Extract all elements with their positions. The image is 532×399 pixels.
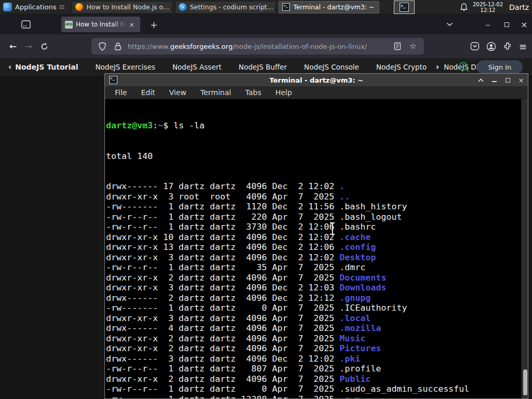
taskbar-button-vscodium[interactable]: ∨Settings - codium script... xyxy=(175,1,276,14)
terminal-line: drwxr-xr-x 3 dartz dartz 4096 Apr 7 2025… xyxy=(106,313,521,324)
taskbar-button-terminal[interactable]: >_Terminal - dartz@vm3: ~ xyxy=(278,1,379,14)
listing-columns: drwxr-xr-x 2 dartz dartz 4096 Apr 7 2025 xyxy=(106,374,340,384)
extensions-icon[interactable] xyxy=(503,42,512,51)
firefox-view-icon[interactable] xyxy=(19,17,33,32)
system-tray: 2025-12-02 12:12 Dartz xyxy=(460,0,532,15)
terminal-content[interactable]: dartz@vm3:~$ ls -la total 140 drwx------… xyxy=(106,100,521,398)
gfg-nav-item-label: NodeJS Assert xyxy=(172,63,222,71)
prompt-user-host: dartz@vm3 xyxy=(106,121,153,130)
gfg-nav-item-nodejs-assert[interactable]: NodeJS Assert xyxy=(172,63,222,71)
mouse-ibeam-cursor xyxy=(329,222,335,235)
reader-view-icon[interactable] xyxy=(392,42,403,50)
reload-button[interactable] xyxy=(36,38,52,54)
taskbar-button-firefox[interactable]: How to Install Node.js o... xyxy=(72,1,172,14)
listing-columns: -rw-r--r-- 1 dartz dartz 0 Apr 7 2025 xyxy=(106,384,340,394)
browser-tab[interactable]: GfG How to Install Node.js on × xyxy=(61,17,140,32)
terminal-minimize-button[interactable] xyxy=(490,76,498,84)
terminal-line: drwx------ 2 dartz dartz 4096 Dec 2 12:1… xyxy=(106,293,521,303)
bookmark-star-icon[interactable]: ☆ xyxy=(407,42,419,51)
app-menu-icon[interactable]: ≡ xyxy=(519,41,527,52)
browser-close-button[interactable]: × xyxy=(516,15,532,34)
prompt-separator: : xyxy=(153,121,158,130)
terminal-menu-help[interactable]: Help xyxy=(275,88,292,97)
terminal-listing: drwx------ 17 dartz dartz 4096 Dec 2 12:… xyxy=(106,181,521,398)
list-all-tabs-chevron-icon[interactable] xyxy=(442,15,457,34)
terminal-icon: >_ xyxy=(282,3,290,11)
terminal-shade-button[interactable] xyxy=(477,76,484,84)
forward-button[interactable]: → xyxy=(21,38,36,54)
terminal-line: drwx------ 3 dartz dartz 4096 Dec 2 12:0… xyxy=(106,354,521,364)
browser-maximize-button[interactable] xyxy=(499,15,514,34)
taskbar-button-title: Terminal - dartz@vm3: ~ xyxy=(293,3,374,11)
listing-columns: drwx------ 3 dartz dartz 4096 Dec 2 12:0… xyxy=(106,354,340,364)
terminal-close-button[interactable]: × xyxy=(517,76,525,84)
terminal-line: drwxr-xr-x 13 dartz dartz 4096 Dec 2 12:… xyxy=(106,242,521,252)
firefox-icon xyxy=(75,3,83,11)
terminal-line: -rw------- 1 dartz dartz 12288 Apr 7 202… xyxy=(106,394,521,399)
tab-close-icon[interactable]: × xyxy=(129,21,135,28)
lock-icon[interactable] xyxy=(112,42,124,50)
listing-columns: drwx------ 2 dartz dartz 4096 Dec 2 12:1… xyxy=(106,293,340,303)
terminal-menu-terminal[interactable]: Terminal xyxy=(201,88,231,97)
terminal-scrollbar-thumb[interactable] xyxy=(523,369,527,395)
applications-menu-button[interactable]: Applications xyxy=(0,0,69,15)
browser-toolbar: ← → https://www.geeksforgeeks.org/node-j… xyxy=(0,34,532,58)
terminal-line: drwxr-xr-x 2 dartz dartz 4096 Apr 7 2025… xyxy=(106,343,521,354)
back-button[interactable]: ← xyxy=(5,38,21,54)
account-icon[interactable] xyxy=(486,42,496,51)
terminal-total-line: total 140 xyxy=(106,151,521,162)
terminal-line: drwxr-xr-x 3 root root 4096 Apr 7 2025 .… xyxy=(106,192,521,202)
terminal-body: dartz@vm3:~$ ls -la total 140 drwx------… xyxy=(105,99,528,398)
tracking-shield-icon[interactable] xyxy=(97,42,108,51)
gfg-nav-item-label: NodeJS Buffer xyxy=(238,63,287,71)
url-bar[interactable]: https://www.geeksforgeeks.org/node-js/in… xyxy=(91,38,424,55)
terminal-menu-edit[interactable]: Edit xyxy=(141,88,155,97)
listing-filename: Desktop xyxy=(340,252,376,262)
gfg-nav-item-nodejs-exercises[interactable]: NodeJS Exercises xyxy=(95,63,155,71)
terminal-line: drwxr-xr-x 3 dartz dartz 4096 Dec 2 12:0… xyxy=(106,283,521,293)
menu-lines-icon xyxy=(59,5,64,9)
tab-title: How to Install Node.js on xyxy=(76,21,126,28)
notifications-bell-icon[interactable] xyxy=(460,3,468,11)
applications-label: Applications xyxy=(15,3,56,11)
gfg-nav-item-nodejs-crypto[interactable]: NodeJS Crypto xyxy=(376,63,427,71)
active-window-iconbox[interactable]: >_ xyxy=(394,1,415,14)
listing-columns: -rw-r--r-- 1 dartz dartz 35 Apr 7 2025 xyxy=(106,262,340,272)
clock-date: 2025-12-02 xyxy=(473,2,503,7)
browser-minimize-button[interactable]: ‒ xyxy=(480,15,496,34)
gfg-nav-item-nodejs-tutorial[interactable]: ‹NodeJS Tutorial xyxy=(8,62,78,72)
sign-in-button[interactable]: Sign In xyxy=(477,60,523,74)
terminal-menu-file[interactable]: File xyxy=(115,88,127,97)
user-menu[interactable]: Dartz xyxy=(508,3,530,11)
url-domain: geeksforgeeks.org xyxy=(170,43,232,50)
desktop: Applications How to Install Node.js o...… xyxy=(0,0,532,399)
gfg-nav-item-nodejs-console[interactable]: NodeJS Console xyxy=(304,63,359,71)
listing-filename: .mozilla xyxy=(340,323,381,333)
geeksforgeeks-favicon: GfG xyxy=(65,21,73,29)
gfg-nav-item-label: NodeJS Tutorial xyxy=(15,63,78,71)
terminal-scrollbar[interactable] xyxy=(521,99,528,398)
terminal-menu-view[interactable]: View xyxy=(169,88,187,97)
terminal-maximize-button[interactable] xyxy=(504,76,511,84)
listing-filename: .profile xyxy=(340,364,381,374)
clock[interactable]: 2025-12-02 12:12 xyxy=(473,2,503,13)
listing-columns: -rw-r--r-- 1 dartz dartz 220 Apr 7 2025 xyxy=(106,212,340,222)
listing-columns: drwxr-xr-x 2 dartz dartz 4096 Apr 7 2025 xyxy=(106,334,340,343)
listing-filename: .ICEauthority xyxy=(340,303,407,313)
search-icon[interactable] xyxy=(458,61,470,73)
prompt-path: ~ xyxy=(158,121,163,130)
listing-filename: Documents xyxy=(340,273,387,283)
listing-columns: drwxr-xr-x 2 dartz dartz 4096 Apr 7 2025 xyxy=(106,273,340,283)
terminal-line: drwx------ 17 dartz dartz 4096 Dec 2 12:… xyxy=(106,181,521,192)
gfg-nav-item-nodejs-buffer[interactable]: NodeJS Buffer xyxy=(238,63,287,71)
listing-filename: .. xyxy=(340,192,350,202)
url-path: /node-js/installation-of-node-js-on-linu… xyxy=(233,43,367,50)
nav-scroll-right-chevron-icon[interactable]: › xyxy=(432,62,443,72)
new-tab-button[interactable]: + xyxy=(148,19,160,31)
terminal-titlebar[interactable]: >_ Terminal - dartz@vm3: ~ × xyxy=(105,74,528,86)
terminal-window: >_ Terminal - dartz@vm3: ~ × FileEditVie… xyxy=(104,73,528,399)
terminal-menu-tabs[interactable]: Tabs xyxy=(245,88,261,97)
terminal-icon: >_ xyxy=(400,3,409,12)
pocket-icon[interactable] xyxy=(470,42,480,51)
listing-filename: .local xyxy=(340,313,371,323)
